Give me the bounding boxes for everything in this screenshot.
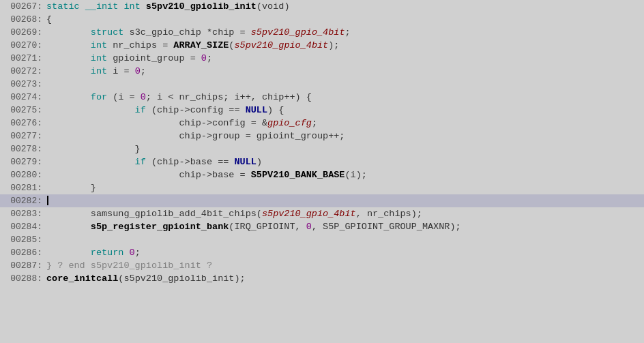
line-number: 00282: <box>0 194 46 207</box>
line-number: 00272: <box>0 65 46 78</box>
token: ARRAY_SIZE <box>173 40 229 50</box>
token: ; <box>207 53 212 63</box>
token: (s5pv210_gpiolib_init); <box>118 273 245 284</box>
text-cursor <box>47 196 48 205</box>
code-line: 00286: return 0; <box>0 246 644 259</box>
code-line: 00268:{ <box>0 13 644 26</box>
line-content: int i = 0; <box>46 65 644 78</box>
code-line: 00279: if (chip->base == NULL) <box>0 155 644 168</box>
token: { <box>46 14 52 25</box>
code-line: 00282: <box>0 194 644 207</box>
token: i = <box>113 66 134 76</box>
token: if <box>46 105 151 115</box>
token: samsung_gpiolib_add_4bit_chips( <box>46 209 262 219</box>
token: ) <box>257 157 262 167</box>
token: chip->base = <box>46 170 251 180</box>
token: int <box>46 66 113 76</box>
line-content: core_initcall(s5pv210_gpiolib_init); <box>46 272 644 285</box>
code-line: 00287:} ? end s5pv210_gpiolib_init ? <box>0 259 644 272</box>
token: (chip->config == <box>151 105 246 115</box>
token: ); <box>328 40 339 50</box>
line-number: 00273: <box>0 78 46 91</box>
line-content: samsung_gpiolib_add_4bit_chips(s5pv210_g… <box>46 207 644 220</box>
code-line: 00278: } <box>0 143 644 155</box>
line-number: 00277: <box>0 130 46 143</box>
token: NULL <box>246 105 267 115</box>
token: ; <box>135 248 141 258</box>
token: ; i < nr_chips; i++, chip++) { <box>146 92 312 102</box>
token: 0 <box>306 222 312 232</box>
line-content <box>46 194 644 207</box>
token: s5p_register_gpioint_bank <box>46 222 229 232</box>
line-number: 00267: <box>0 0 46 13</box>
token: int <box>46 53 113 63</box>
token: int <box>46 40 113 50</box>
token: nr_chips = <box>113 40 173 50</box>
code-line: 00283: samsung_gpiolib_add_4bit_chips(s5… <box>0 207 644 220</box>
code-line: 00271: int gpioint_group = 0; <box>0 52 644 65</box>
line-number: 00285: <box>0 233 46 246</box>
token: gpioint_group = <box>113 53 201 63</box>
token: (i); <box>345 170 366 180</box>
token: (void) <box>257 1 290 12</box>
token: S5PV210_BANK_BASE <box>251 170 345 180</box>
line-number: 00286: <box>0 246 46 259</box>
token: (IRQ_GPIOINT, <box>229 222 306 232</box>
code-line: 00272: int i = 0; <box>0 65 644 78</box>
code-line: 00274: for (i = 0; i < nr_chips; i++, ch… <box>0 91 644 104</box>
code-line: 00267:static __init int s5pv210_gpiolib_… <box>0 0 644 13</box>
token: chip->group = gpioint_group++; <box>46 131 345 141</box>
line-number: 00284: <box>0 220 46 233</box>
token: ; <box>345 27 351 38</box>
token: ) { <box>267 105 284 115</box>
token: 0 <box>141 92 146 102</box>
token: ; <box>312 118 317 128</box>
token: int <box>123 1 145 12</box>
line-content: chip->group = gpioint_group++; <box>46 130 644 143</box>
token: 0 <box>130 248 135 258</box>
line-number: 00283: <box>0 207 46 220</box>
line-content: } <box>46 181 644 194</box>
code-line: 00270: int nr_chips = ARRAY_SIZE(s5pv210… <box>0 39 644 52</box>
token: struct <box>46 27 130 38</box>
token: s5pv210_gpiolib_init <box>146 1 257 12</box>
token: , S5P_GPIOINT_GROUP_MAXNR); <box>312 222 461 232</box>
line-content: chip->config = &gpio_cfg; <box>46 117 644 130</box>
line-number: 00288: <box>0 272 46 285</box>
token: s5pv210_gpio_4bit <box>262 209 356 219</box>
line-content: struct s3c_gpio_chip *chip = s5pv210_gpi… <box>46 26 644 39</box>
token: } <box>46 183 96 193</box>
line-number: 00275: <box>0 104 46 117</box>
line-content: int nr_chips = ARRAY_SIZE(s5pv210_gpio_4… <box>46 39 644 52</box>
code-line: 00276: chip->config = &gpio_cfg; <box>0 117 644 130</box>
code-viewer: 00267:static __init int s5pv210_gpiolib_… <box>0 0 644 285</box>
line-content: } <box>46 143 644 155</box>
code-line: 00269: struct s3c_gpio_chip *chip = s5pv… <box>0 26 644 39</box>
token: (chip->base == <box>151 157 235 167</box>
token: if <box>46 157 151 167</box>
token: } ? end s5pv210_gpiolib_init ? <box>46 260 212 271</box>
token: 0 <box>135 66 141 76</box>
line-number: 00287: <box>0 259 46 272</box>
token: 0 <box>201 53 207 63</box>
token: gpio_cfg <box>267 118 312 128</box>
token: , nr_chips); <box>356 209 422 219</box>
line-content: if (chip->base == NULL) <box>46 155 644 168</box>
token: return <box>46 248 130 258</box>
code-line: 00273: <box>0 78 644 91</box>
line-number: 00268: <box>0 13 46 26</box>
token: NULL <box>234 157 256 167</box>
line-content: } ? end s5pv210_gpiolib_init ? <box>46 259 644 272</box>
line-number: 00280: <box>0 168 46 181</box>
token: (i = <box>113 92 141 102</box>
token: static <box>46 1 85 12</box>
token: } <box>46 144 141 154</box>
code-line: 00277: chip->group = gpioint_group++; <box>0 130 644 143</box>
line-number: 00276: <box>0 117 46 130</box>
token: s3c_gpio_chip <box>130 27 207 38</box>
line-number: 00270: <box>0 39 46 52</box>
line-number: 00281: <box>0 181 46 194</box>
line-content: static __init int s5pv210_gpiolib_init(v… <box>46 0 644 13</box>
line-content: return 0; <box>46 246 644 259</box>
line-number: 00278: <box>0 143 46 155</box>
